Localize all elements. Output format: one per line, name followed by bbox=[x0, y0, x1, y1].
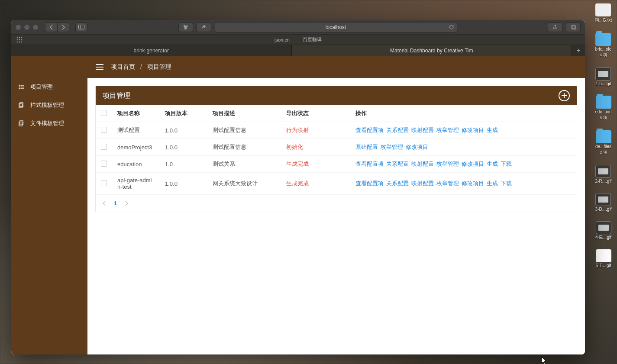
action-link[interactable]: 映射配置 bbox=[411, 161, 434, 167]
cell-desc: 测试配置信息 bbox=[207, 122, 281, 139]
browser-window: localhost json.cn 百度翻译 brink-generator bbox=[11, 20, 585, 354]
desktop-icon[interactable]: 2-R....gif bbox=[595, 165, 612, 184]
row-checkbox[interactable] bbox=[101, 180, 107, 186]
tab-title: Material Dashboard by Creative Tim bbox=[390, 48, 473, 54]
action-link[interactable]: 查看配置项 bbox=[355, 161, 384, 167]
desktop-icon-label: edu...ion bbox=[595, 110, 611, 114]
action-link[interactable]: 下载 bbox=[501, 161, 512, 167]
action-link[interactable]: 关系配置 bbox=[386, 127, 409, 133]
hamburger-icon[interactable] bbox=[95, 64, 104, 71]
titlebar-right bbox=[548, 23, 581, 32]
file-icon bbox=[596, 221, 611, 234]
browser-tab[interactable]: Material Dashboard by Creative Tim bbox=[292, 45, 572, 56]
forward-button[interactable] bbox=[57, 23, 69, 32]
svg-point-8 bbox=[19, 39, 20, 40]
sidebar-item-file-template[interactable]: 文件模板管理 bbox=[11, 114, 87, 132]
desktop-icon[interactable]: de...files2 项 bbox=[595, 130, 611, 155]
desktop-icon-label: bric...ole bbox=[595, 47, 612, 52]
action-link[interactable]: 基础配置 bbox=[355, 144, 378, 150]
tab-title: brink-generator bbox=[134, 48, 169, 54]
favorite-link[interactable]: 百度翻译 bbox=[303, 36, 322, 43]
sidebar-toggle-button[interactable] bbox=[75, 23, 87, 32]
action-link[interactable]: 生成 bbox=[487, 180, 498, 187]
copy-icon bbox=[18, 102, 25, 109]
action-link[interactable]: 生成 bbox=[487, 127, 498, 133]
svg-point-5 bbox=[19, 37, 20, 38]
action-link[interactable]: 映射配置 bbox=[411, 180, 434, 187]
action-link[interactable]: 枚举管理 bbox=[436, 161, 459, 167]
desktop-icon-label: 4-E....gif bbox=[595, 235, 611, 240]
desktop-icon[interactable]: 1-b....gif bbox=[595, 68, 611, 86]
window-traffic-lights bbox=[16, 25, 38, 30]
breadcrumb-separator: / bbox=[140, 63, 142, 70]
desktop-icon[interactable]: bric...ole6 项 bbox=[595, 33, 612, 58]
cell-version: 1.0.0 bbox=[160, 139, 207, 156]
action-link[interactable]: 修改项目 bbox=[462, 180, 484, 187]
action-link[interactable]: 修改项目 bbox=[462, 127, 484, 133]
cell-actions: 查看配置项关系配置映射配置枚举管理修改项目生成下载 bbox=[350, 156, 577, 173]
tabs-overview-button[interactable] bbox=[566, 23, 581, 32]
list-icon bbox=[18, 84, 25, 90]
action-link[interactable]: 下载 bbox=[501, 180, 512, 187]
desktop-icon[interactable]: 阿...G.txt bbox=[595, 3, 612, 23]
share-toolbar-button[interactable] bbox=[197, 23, 211, 32]
page-next-button[interactable] bbox=[125, 201, 128, 206]
sidebar-item-style-template[interactable]: 样式模板管理 bbox=[11, 96, 87, 114]
breadcrumb-current: 项目管理 bbox=[147, 63, 171, 70]
cell-desc: 网关系统大致设计 bbox=[207, 173, 281, 195]
window-zoom-button[interactable] bbox=[33, 25, 38, 30]
row-checkbox[interactable] bbox=[101, 127, 107, 133]
action-link[interactable]: 修改项目 bbox=[406, 144, 428, 150]
select-all-checkbox[interactable] bbox=[101, 110, 107, 116]
action-link[interactable]: 生成 bbox=[487, 161, 498, 167]
row-checkbox[interactable] bbox=[101, 161, 107, 167]
action-link[interactable]: 关系配置 bbox=[386, 161, 409, 167]
desktop-icon[interactable]: 3-D....gif bbox=[595, 193, 612, 212]
browser-tab-bar: brink-generator Material Dashboard by Cr… bbox=[11, 45, 585, 56]
row-checkbox[interactable] bbox=[101, 144, 107, 150]
cell-name: demoProject3 bbox=[112, 139, 160, 156]
action-link[interactable]: 映射配置 bbox=[411, 127, 434, 133]
favorite-link[interactable]: json.cn bbox=[275, 37, 290, 42]
url-field[interactable]: localhost bbox=[215, 22, 457, 32]
desktop-icon[interactable]: 4-E....gif bbox=[595, 221, 611, 240]
browser-tab[interactable]: brink-generator bbox=[11, 45, 292, 56]
action-link[interactable]: 查看配置项 bbox=[355, 180, 384, 187]
evernote-clip-button[interactable] bbox=[178, 23, 193, 32]
app-header: 项目首页 / 项目管理 bbox=[87, 56, 585, 78]
window-close-button[interactable] bbox=[16, 25, 21, 30]
action-link[interactable]: 查看配置项 bbox=[355, 127, 384, 133]
col-name: 项目名称 bbox=[112, 105, 160, 122]
folder-icon bbox=[596, 130, 611, 143]
add-project-button[interactable] bbox=[559, 90, 570, 101]
desktop-icon[interactable]: edu...ion6 项 bbox=[595, 96, 611, 121]
action-link[interactable]: 枚举管理 bbox=[436, 127, 459, 133]
desktop-icon-label: 1-b....gif bbox=[595, 81, 611, 86]
cell-actions: 查看配置项关系配置映射配置枚举管理修改项目生成 bbox=[350, 122, 577, 139]
folder-icon bbox=[595, 33, 611, 46]
favorites-grid-icon[interactable] bbox=[16, 37, 23, 43]
page-prev-button[interactable] bbox=[103, 201, 106, 206]
col-actions: 操作 bbox=[350, 105, 577, 122]
cell-desc: 测试关系 bbox=[207, 156, 281, 173]
desktop-icon[interactable]: 5-T....gif bbox=[596, 249, 611, 268]
new-tab-button[interactable]: + bbox=[572, 45, 585, 56]
page-number[interactable]: 1 bbox=[114, 200, 117, 206]
svg-point-12 bbox=[21, 41, 23, 42]
share-button[interactable] bbox=[548, 23, 562, 32]
sidebar-item-label: 文件模板管理 bbox=[30, 119, 64, 127]
action-link[interactable]: 枚举管理 bbox=[381, 144, 403, 150]
window-minimize-button[interactable] bbox=[24, 25, 29, 30]
action-link[interactable]: 关系配置 bbox=[386, 180, 409, 187]
panel-header: 项目管理 bbox=[96, 86, 577, 105]
action-link[interactable]: 枚举管理 bbox=[436, 180, 459, 187]
action-link[interactable]: 修改项目 bbox=[462, 161, 484, 167]
file-icon bbox=[595, 193, 611, 206]
back-button[interactable] bbox=[45, 23, 57, 32]
toolbar-center: localhost bbox=[91, 22, 544, 32]
file-icon bbox=[595, 3, 611, 16]
sidebar-item-project-manage[interactable]: 项目管理 bbox=[11, 78, 87, 96]
breadcrumb-home[interactable]: 项目首页 bbox=[111, 63, 135, 70]
desktop-icon-sublabel: 6 项 bbox=[600, 115, 607, 121]
reload-icon[interactable] bbox=[449, 24, 454, 30]
